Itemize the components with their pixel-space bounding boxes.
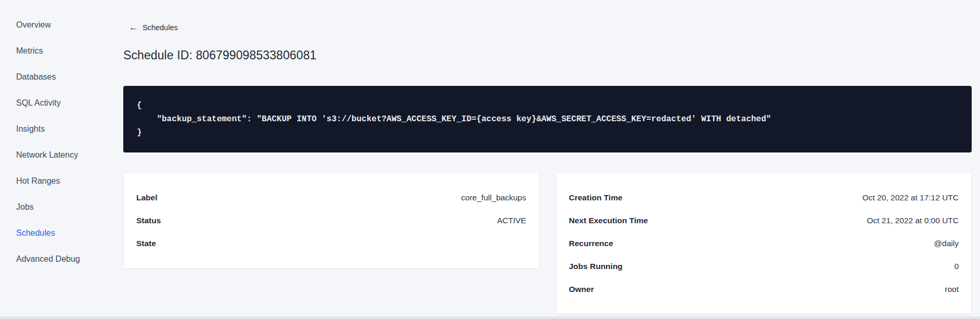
detail-cards-row: Label core_full_backups Status ACTIVE St… — [123, 173, 972, 314]
sidebar-item-label: Network Latency — [16, 150, 78, 160]
detail-row: Creation Time Oct 20, 2022 at 17:12 UTC — [569, 186, 959, 209]
sidebar-item[interactable]: Jobs — [0, 194, 123, 220]
sidebar: Overview Metrics Databases SQL Activity … — [0, 0, 123, 319]
back-arrow-icon: ← — [129, 23, 138, 32]
sidebar-item-label: Advanced Debug — [16, 254, 80, 264]
main-content: ← Schedules Schedule ID: 806799098533806… — [123, 0, 972, 314]
schedule-info-card: Creation Time Oct 20, 2022 at 17:12 UTC … — [556, 173, 972, 314]
back-link-schedules[interactable]: ← Schedules — [129, 23, 178, 32]
details-card: Label core_full_backups Status ACTIVE St… — [123, 173, 539, 269]
sidebar-item-label: Hot Ranges — [16, 176, 60, 186]
detail-value: 0 — [954, 262, 959, 271]
sidebar-item[interactable]: Advanced Debug — [0, 246, 123, 272]
sidebar-item-label: Overview — [16, 20, 51, 30]
detail-label: Next Execution Time — [569, 216, 648, 225]
detail-row: Next Execution Time Oct 21, 2022 at 0:00… — [569, 209, 959, 232]
backup-statement-json: { "backup_statement": "BACKUP INTO 's3:/… — [137, 99, 958, 139]
detail-value: core_full_backups — [461, 193, 526, 202]
sidebar-item[interactable]: Overview — [0, 12, 123, 38]
sidebar-item-label: Insights — [16, 124, 45, 134]
detail-row: Label core_full_backups — [136, 186, 526, 209]
back-link-label: Schedules — [143, 23, 178, 32]
detail-row: State — [136, 232, 526, 255]
detail-label: State — [136, 239, 156, 248]
detail-label: Recurrence — [569, 239, 613, 248]
sidebar-item[interactable]: Metrics — [0, 38, 123, 64]
sidebar-item[interactable]: Hot Ranges — [0, 168, 123, 194]
detail-row: Status ACTIVE — [136, 209, 526, 232]
backup-statement-code-block: { "backup_statement": "BACKUP INTO 's3:/… — [123, 86, 972, 152]
sidebar-item[interactable]: Network Latency — [0, 142, 123, 168]
sidebar-item-label: SQL Activity — [16, 98, 61, 108]
page-title: Schedule ID: 806799098533806081 — [123, 48, 972, 63]
sidebar-item[interactable]: Insights — [0, 116, 123, 142]
detail-label: Creation Time — [569, 193, 623, 202]
detail-value: Oct 20, 2022 at 17:12 UTC — [862, 193, 959, 202]
detail-row: Owner root — [569, 278, 959, 301]
detail-label: Status — [136, 216, 161, 225]
detail-label: Label — [136, 193, 157, 202]
detail-row: Jobs Running 0 — [569, 255, 959, 278]
sidebar-item-label: Schedules — [16, 228, 55, 238]
sidebar-item-label: Jobs — [16, 202, 34, 212]
bottom-edge-strip — [0, 316, 980, 319]
detail-value: @daily — [934, 239, 959, 248]
detail-value: root — [945, 285, 959, 294]
sidebar-item[interactable]: Schedules — [0, 220, 123, 246]
sidebar-item-label: Databases — [16, 72, 56, 82]
sidebar-item[interactable]: SQL Activity — [0, 90, 123, 116]
detail-label: Jobs Running — [569, 262, 623, 271]
sidebar-item-label: Metrics — [16, 46, 43, 56]
sidebar-item[interactable]: Databases — [0, 64, 123, 90]
detail-label: Owner — [569, 285, 594, 294]
detail-row: Recurrence @daily — [569, 232, 959, 255]
detail-value: ACTIVE — [497, 216, 526, 225]
detail-value: Oct 21, 2022 at 0:00 UTC — [867, 216, 959, 225]
